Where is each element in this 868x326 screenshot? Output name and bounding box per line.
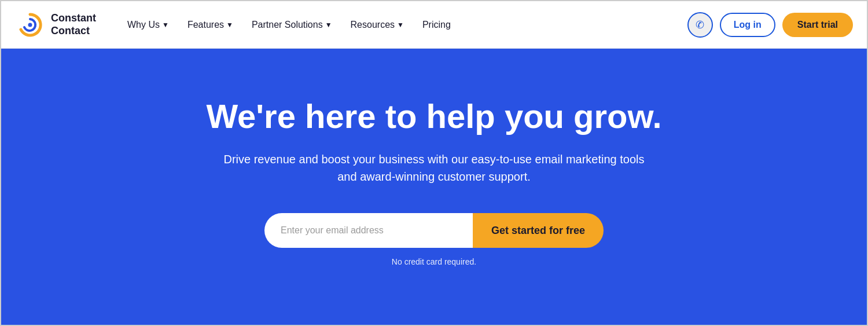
phone-button[interactable]: ✆: [687, 12, 713, 38]
hero-section: We're here to help you grow. Drive reven…: [1, 49, 867, 326]
logo-icon: [15, 10, 45, 40]
no-credit-label: No credit card required.: [392, 257, 476, 266]
nav-item-why-us[interactable]: Why Us ▼: [119, 15, 177, 35]
get-started-button[interactable]: Get started for free: [473, 213, 604, 248]
hero-form: Get started for free: [264, 213, 604, 248]
chevron-down-icon: ▼: [226, 21, 233, 29]
header: Constant Contact Why Us ▼ Features ▼ Par…: [1, 1, 867, 49]
phone-icon: ✆: [696, 19, 704, 31]
header-actions: ✆ Log in Start trial: [687, 12, 853, 38]
logo-text: Constant Contact: [51, 12, 96, 37]
chevron-down-icon: ▼: [325, 21, 332, 29]
login-button[interactable]: Log in: [720, 13, 775, 37]
svg-point-1: [28, 23, 32, 27]
hero-subtitle: Drive revenue and boost your business wi…: [214, 151, 654, 185]
email-input[interactable]: [264, 213, 473, 248]
hero-title: We're here to help you grow.: [206, 98, 661, 135]
nav-item-resources[interactable]: Resources ▼: [343, 15, 412, 35]
nav-item-partner-solutions[interactable]: Partner Solutions ▼: [244, 15, 340, 35]
nav-item-features[interactable]: Features ▼: [179, 15, 241, 35]
chevron-down-icon: ▼: [162, 21, 169, 29]
chevron-down-icon: ▼: [397, 21, 404, 29]
nav-item-pricing[interactable]: Pricing: [414, 15, 459, 35]
main-nav: Why Us ▼ Features ▼ Partner Solutions ▼ …: [119, 15, 687, 35]
logo[interactable]: Constant Contact: [15, 10, 96, 40]
start-trial-button[interactable]: Start trial: [782, 13, 853, 37]
